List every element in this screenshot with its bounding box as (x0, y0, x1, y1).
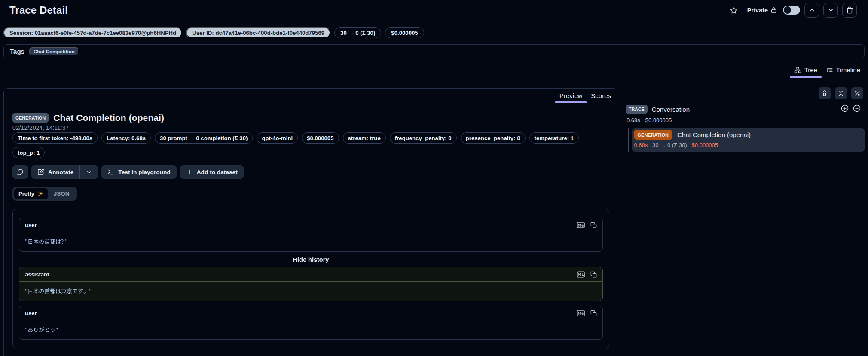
chip-presence-penalty: presence_penalty: 0 (461, 132, 526, 144)
copy-icon (590, 271, 597, 278)
observation-title-row: GENERATION Chat Completion (openai) (12, 111, 608, 124)
playground-button[interactable]: Test in playground (101, 165, 176, 179)
collapse-all-button[interactable] (835, 87, 847, 99)
workflow-icon (794, 66, 801, 74)
tree-toolbar (622, 87, 865, 99)
annotate-dropdown-button[interactable] (79, 165, 98, 179)
message-text-glyphs (25, 326, 58, 334)
message-text-glyphs (25, 288, 92, 295)
trace-tree-panel: TRACE Conversation 0.68s $0.000005 GENER… (617, 87, 865, 152)
chevrons-down-up-icon (837, 90, 844, 97)
tab-tree-label: Tree (804, 66, 817, 74)
header-actions: Private (729, 3, 857, 18)
markdown-toggle-button[interactable] (577, 271, 585, 278)
visibility-label: Private (747, 7, 777, 14)
message-card: assistant "日本の首都は東京です。" (19, 267, 603, 301)
format-json-tab[interactable]: JSON (48, 188, 75, 199)
visibility-text: Private (747, 7, 768, 14)
chip-frequency-penalty: frequency_penalty: 0 (390, 132, 457, 144)
json-label: JSON (54, 190, 70, 197)
chip-time-to-first-token: Time to first token: -498.00s (12, 132, 98, 144)
session-chip[interactable]: Session: 01aaacf6-e0fe-457d-a7de-7c1ee08… (3, 27, 182, 38)
tree-indent-guide (628, 128, 629, 152)
toggle-knob (784, 6, 791, 14)
observation-tokens: 30 → 0 (Σ 30) (652, 142, 687, 148)
observation-timestamp: 02/12/2024, 14:11:37 (12, 124, 608, 131)
message-header: user (19, 306, 602, 320)
scores-toggle-button[interactable] (819, 87, 831, 99)
next-trace-button[interactable] (823, 3, 838, 18)
comment-button[interactable] (12, 165, 28, 179)
terminal-icon (107, 169, 114, 175)
tags-section: Tags Chat Competition (3, 44, 865, 58)
total-cost-chip: $0.000005 (385, 27, 424, 38)
markdown-icon (577, 271, 585, 278)
message-actions (577, 222, 597, 228)
prev-trace-button[interactable] (804, 3, 819, 18)
trace-latency: 0.68s (627, 117, 640, 123)
observation-preview-panel: Preview Scores GENERATION Chat Completio… (3, 88, 617, 356)
trace-root-row[interactable]: TRACE Conversation (622, 105, 865, 114)
trace-name: Conversation (652, 106, 690, 113)
bookmark-button[interactable] (729, 6, 739, 15)
markdown-toggle-button[interactable] (577, 310, 585, 316)
preview-body: GENERATION Chat Completion (openai) 02/1… (4, 103, 617, 348)
token-usage-chip: 30 → 0 (Σ 30) (334, 27, 381, 38)
observation-row-metrics: 0.68s 30 → 0 (Σ 30) $0.000005 (634, 142, 860, 148)
add-to-dataset-label: Add to dataset (197, 169, 238, 175)
copy-message-button[interactable] (590, 310, 597, 316)
chevron-down-icon (86, 169, 92, 175)
markdown-icon (577, 310, 585, 316)
plus-icon (186, 169, 193, 175)
expand-all-button[interactable] (841, 104, 849, 112)
tab-tree[interactable]: Tree (790, 63, 822, 77)
observation-name: Chat Completion (openai) (677, 131, 751, 138)
sparkles-icon (37, 190, 44, 197)
chip-token-usage: 30 prompt → 0 completion (Σ 30) (155, 132, 253, 144)
observation-row-header: GENERATION Chat Completion (openai) (634, 130, 860, 140)
page-header: Trace Detail Private (3, 0, 865, 22)
chip-top-p: top_p: 1 (12, 147, 45, 158)
metrics-toggle-button[interactable] (851, 87, 863, 99)
main-content: Preview Scores GENERATION Chat Completio… (0, 88, 868, 356)
pen-square-icon (37, 169, 44, 175)
message-card: user "日本の首都は? " (19, 218, 603, 252)
format-pretty-tab[interactable]: Pretty (14, 188, 48, 199)
visibility-toggle[interactable] (783, 6, 800, 15)
view-mode-tabs: Tree Timeline (3, 63, 865, 77)
observation-tree-row[interactable]: GENERATION Chat Completion (openai) 0.68… (632, 128, 865, 152)
lock-icon (770, 7, 777, 13)
tag-chat-competition[interactable]: Chat Competition (29, 47, 79, 55)
pretty-label: Pretty (18, 190, 34, 197)
trace-type-badge: TRACE (626, 105, 648, 114)
tab-preview[interactable]: Preview (555, 89, 587, 103)
message-header: user (19, 218, 602, 232)
messages-container: user "日本の首都は? " Hide history assistant "… (12, 209, 609, 348)
chip-latency: Latency: 0.68s (101, 132, 151, 144)
copy-message-button[interactable] (590, 271, 597, 278)
trash-icon (846, 6, 853, 14)
tab-timeline[interactable]: Timeline (822, 63, 865, 77)
tab-scores[interactable]: Scores (587, 89, 615, 103)
delete-trace-button[interactable] (842, 3, 857, 18)
add-to-dataset-button[interactable]: Add to dataset (180, 165, 244, 179)
observation-actions: Annotate Test in playground Add to datas… (12, 165, 608, 179)
annotate-split-button: Annotate (31, 165, 98, 179)
annotate-button[interactable]: Annotate (31, 165, 79, 179)
message-role: assistant (25, 271, 49, 278)
hide-history-toggle[interactable]: Hide history (19, 256, 603, 263)
message-role: user (25, 222, 37, 228)
annotate-label: Annotate (48, 169, 73, 175)
observation-title: Chat Completion (openai) (53, 111, 164, 124)
markdown-toggle-button[interactable] (577, 222, 585, 228)
chip-temperature: temperature: 1 (529, 132, 579, 144)
trace-metrics: 0.68s $0.000005 (622, 117, 865, 123)
message-actions (577, 271, 597, 278)
trace-meta-row: Session: 01aaacf6-e0fe-457d-a7de-7c1ee08… (3, 27, 865, 38)
message-circle-icon (17, 169, 24, 175)
user-id-chip[interactable]: User ID: dc47a41e-06bc-400d-bde1-f0e440d… (186, 27, 330, 38)
tree-children: GENERATION Chat Completion (openai) 0.68… (622, 128, 865, 152)
collapse-tree-button[interactable] (853, 104, 861, 112)
copy-message-button[interactable] (590, 222, 597, 228)
copy-icon (590, 310, 597, 316)
